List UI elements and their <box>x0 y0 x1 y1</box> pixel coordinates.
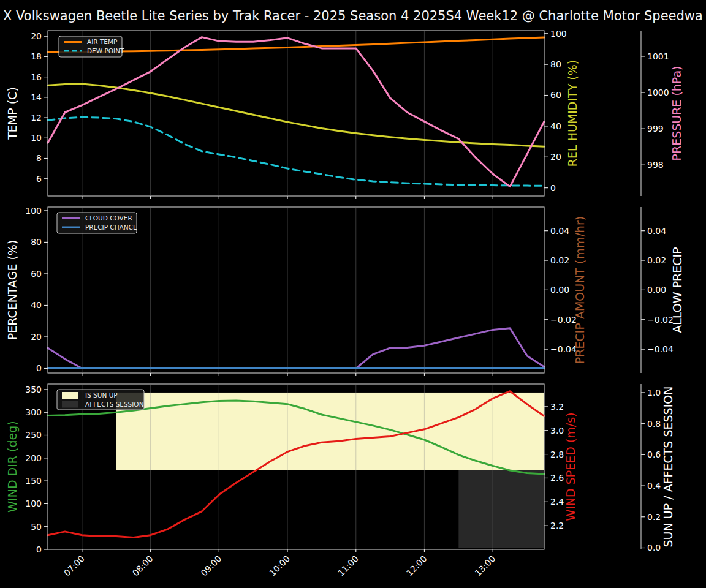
tick-label: 0 <box>36 363 42 373</box>
y-axis-label-wind-speed-m-s: WIND SPEED (m/s) <box>564 412 577 521</box>
forecast-plot-canvas: 68101214161820TEMP (C)020406080100REL HU… <box>0 0 706 588</box>
tick-label: 12 <box>31 113 42 123</box>
x-tick-label: 07:00 <box>62 554 86 578</box>
tick-label: 1000 <box>647 88 669 97</box>
series-rel-humidity <box>48 84 544 146</box>
x-tick-label: 12:00 <box>404 554 429 578</box>
tick-label: 10 <box>31 133 42 143</box>
tick-label: 20 <box>31 31 42 41</box>
tick-label: 2.4 <box>550 497 564 507</box>
y-axis-right-detached: 0.00.20.40.60.81.0 <box>641 384 661 552</box>
y-axis-right-attached: 2.22.42.62.83.03.2 <box>544 402 564 530</box>
subplot-cloud-precip: 020406080100PERCENTAGE (%)0.040.020.00−0… <box>6 206 684 376</box>
gridlines <box>82 31 493 195</box>
y-axis-label-precip-amount-mm-hr: PRECIP AMOUNT (mm/hr) <box>573 216 586 364</box>
y-axis-left: 68101214161820 <box>31 31 48 184</box>
y-axis-label-pressure-hpa: PRESSURE (hPa) <box>670 66 683 160</box>
tick-label: 100 <box>550 29 567 39</box>
tick-label: 3.2 <box>550 402 564 412</box>
weather-forecast-figure: X Volkswagen Beetle Lite Series by Trak … <box>0 0 706 588</box>
tick-label: 60 <box>550 90 561 100</box>
tick-label: 0.8 <box>647 419 661 429</box>
tick-label: 999 <box>647 124 664 134</box>
tick-label: 80 <box>550 59 561 69</box>
legend-label-affects-session: AFFECTS SESSION <box>85 401 144 408</box>
tick-label: 0.04 <box>550 226 569 236</box>
gridlines <box>82 208 493 372</box>
subplot-wind-sun: 050100150200250300350WIND DIR (deg)2.22.… <box>6 384 675 578</box>
tick-label: 14 <box>31 92 42 102</box>
tick-label: 40 <box>550 121 561 131</box>
tick-label: 8 <box>36 153 42 163</box>
tick-label: 6 <box>36 174 42 184</box>
y-axis-label-percentage: PERCENTAGE (%) <box>6 240 19 341</box>
tick-label: 16 <box>31 72 42 82</box>
tick-label: 150 <box>25 476 42 486</box>
x-tick-label: 11:00 <box>336 554 360 578</box>
tick-label: 40 <box>31 300 42 310</box>
legend-label-dew-point: DEW POINT <box>87 47 124 55</box>
tick-label: 18 <box>31 51 42 61</box>
y-axis-label-allow-precip: ALLOW PRECIP <box>670 247 684 333</box>
y-axis-label-sun-up-affects-session: SUN UP / AFFECTS SESSION <box>661 386 675 548</box>
y-axis-left: 020406080100 <box>25 206 48 374</box>
x-axis: 07:0008:0009:0010:0011:0012:0013:00 <box>62 549 497 578</box>
tick-label: 2.8 <box>550 450 564 459</box>
y-axis-right-detached: 0.040.020.00−0.02−0.04 <box>641 207 674 373</box>
tick-label: 0.00 <box>647 285 666 295</box>
tick-label: 998 <box>647 160 664 170</box>
y-axis-label-rel-humidity: REL HUMIDITY (%) <box>566 60 579 167</box>
tick-label: 0.6 <box>647 450 661 459</box>
tick-label: 0 <box>36 545 42 554</box>
y-axis-right-detached: 99899910001001 <box>641 31 669 196</box>
legend: IS SUN UPAFFECTS SESSION <box>57 390 144 410</box>
tick-label: 0.0 <box>647 543 661 552</box>
tick-label: 100 <box>25 499 42 508</box>
tick-label: 1.0 <box>647 388 661 398</box>
region-affects-session <box>458 470 544 548</box>
tick-label: 0.4 <box>647 481 661 491</box>
tick-label: 1001 <box>647 51 669 61</box>
tick-label: 100 <box>25 206 42 216</box>
x-tick-label: 10:00 <box>267 554 292 578</box>
y-axis-label-wind-dir-deg: WIND DIR (deg) <box>6 421 19 512</box>
tick-label: 350 <box>25 385 42 394</box>
x-tick-label: 09:00 <box>199 554 224 578</box>
plot-box <box>48 31 544 196</box>
y-axis-right-attached: 0.040.020.00−0.02−0.04 <box>544 226 577 354</box>
tick-label: 0.00 <box>550 285 569 295</box>
tick-label: 3.0 <box>550 426 564 435</box>
tick-label: 0.02 <box>647 255 666 265</box>
legend: CLOUD COVERPRECIP CHANCE <box>57 213 137 233</box>
tick-label: 250 <box>25 430 42 440</box>
legend-label-air-temp: AIR TEMP <box>87 38 117 45</box>
legend-label-is-sun-up: IS SUN UP <box>85 391 118 399</box>
tick-label: −0.04 <box>647 344 674 354</box>
tick-label: 0 <box>550 183 556 193</box>
series-pressure <box>48 37 544 187</box>
tick-label: 60 <box>31 269 42 279</box>
legend-swatch-is-sun-up <box>62 392 78 399</box>
tick-label: 80 <box>31 237 42 247</box>
tick-label: 50 <box>31 522 42 532</box>
x-axis <box>82 196 493 199</box>
tick-label: 0.02 <box>550 255 569 265</box>
y-axis-label-temp-c: TEMP (C) <box>6 87 19 140</box>
x-tick-label: 13:00 <box>473 554 497 578</box>
tick-label: 300 <box>25 407 42 417</box>
legend-label-cloud-cover: CLOUD COVER <box>85 214 132 222</box>
legend-label-precip-chance: PRECIP CHANCE <box>85 224 137 231</box>
tick-label: 2.2 <box>550 521 564 530</box>
tick-label: 20 <box>550 152 561 162</box>
y-axis-right-attached: 020406080100 <box>544 29 567 193</box>
tick-label: 20 <box>31 332 42 342</box>
y-axis-left: 050100150200250300350 <box>25 385 48 554</box>
subplot-temperature-humidity-pressure: 68101214161820TEMP (C)020406080100REL HU… <box>6 29 683 199</box>
tick-label: −0.02 <box>647 315 674 325</box>
legend: AIR TEMPDEW POINT <box>59 36 124 57</box>
tick-label: 0.2 <box>647 512 661 522</box>
series-cloud-cover <box>48 328 544 369</box>
legend-swatch-affects-session <box>62 401 78 408</box>
tick-label: 0.04 <box>647 226 666 236</box>
x-axis <box>82 373 493 376</box>
